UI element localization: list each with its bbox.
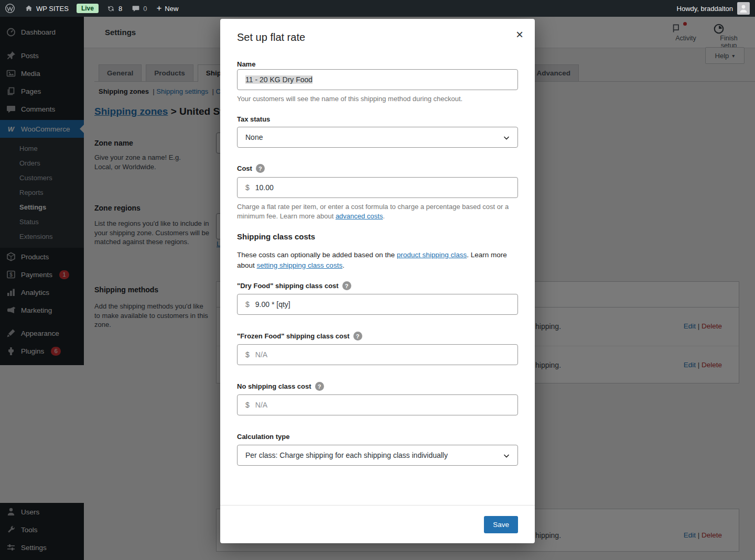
modal-title: Set up flat rate [237,31,305,43]
chevron-down-icon [502,452,511,460]
shipping-class-costs-heading: Shipping class costs [237,232,315,241]
save-button[interactable]: Save [484,516,518,533]
calculation-type-label: Calculation type [237,433,289,441]
help-question-icon[interactable]: ? [315,382,324,391]
admin-topbar: WP SITES Live 8 0 + New Howdy, braddalto… [0,0,755,17]
comments-menu[interactable]: 0 [127,0,152,17]
no-class-cost-input[interactable]: $ N/A [237,394,518,415]
wordpress-logo-icon[interactable] [0,0,20,17]
name-input-value: 11 - 20 KG Dry Food [245,75,312,84]
advanced-costs-link[interactable]: advanced costs [336,212,383,220]
comment-bubble-icon [132,4,140,13]
currency-symbol: $ [245,300,250,309]
live-badge: Live [77,4,99,13]
currency-symbol: $ [245,183,250,192]
modal-footer: Save [220,505,535,543]
dry-food-cost-input[interactable]: $ 9.00 * [qty] [237,294,518,315]
no-class-cost-label-row: No shipping class cost ? [237,382,324,391]
cost-input-value: 10.00 [255,183,274,192]
help-question-icon[interactable]: ? [353,332,362,341]
howdy-menu[interactable]: Howdy, braddalton [673,5,737,13]
help-question-icon[interactable]: ? [342,281,351,290]
name-label: Name [237,60,255,68]
close-icon[interactable]: × [516,28,523,41]
setting-shipping-class-costs-link[interactable]: setting shipping class costs [257,261,343,269]
currency-symbol: $ [245,350,250,359]
calculation-type-select[interactable]: Per class: Charge shipping for each ship… [237,445,518,466]
cost-label-row: Cost ? [237,164,265,173]
new-label: New [165,5,178,13]
shipping-class-costs-intro: These costs can optionally be added base… [237,250,518,270]
name-input[interactable]: 11 - 20 KG Dry Food [237,69,518,90]
currency-symbol: $ [245,401,250,409]
frozen-food-cost-input[interactable]: $ N/A [237,344,518,365]
updates-menu[interactable]: 8 [102,0,127,17]
cost-input[interactable]: $ 10.00 [237,177,518,198]
screen: Settings Activity Finish setup Help ▾ [0,0,755,560]
dry-food-cost-label-row: "Dry Food" shipping class cost ? [237,281,351,290]
site-name: WP SITES [36,5,69,13]
plus-icon: + [156,4,161,13]
dry-food-cost-value: 9.00 * [qty] [255,300,290,309]
help-question-icon[interactable]: ? [256,164,265,173]
site-menu[interactable]: WP SITES [20,0,73,17]
update-icon [106,4,115,13]
avatar[interactable] [737,2,750,15]
cost-help-text: Charge a flat rate per item, or enter a … [237,202,518,221]
frozen-food-cost-label-row: "Frozen Food" shipping class cost ? [237,332,362,341]
product-shipping-class-link[interactable]: product shipping class [397,251,467,259]
name-help-text: Your customers will see the name of this… [237,94,518,104]
frozen-food-cost-placeholder: N/A [255,350,267,359]
updates-count: 8 [118,5,122,13]
tax-status-label: Tax status [237,115,270,123]
new-menu[interactable]: + New [152,0,183,17]
tax-status-select[interactable]: None [237,127,518,148]
comments-count: 0 [143,5,147,13]
no-class-cost-placeholder: N/A [255,401,267,409]
home-icon [25,4,33,13]
chevron-down-icon [502,134,511,142]
setup-flat-rate-modal: Set up flat rate × Name 11 - 20 KG Dry F… [220,19,535,543]
